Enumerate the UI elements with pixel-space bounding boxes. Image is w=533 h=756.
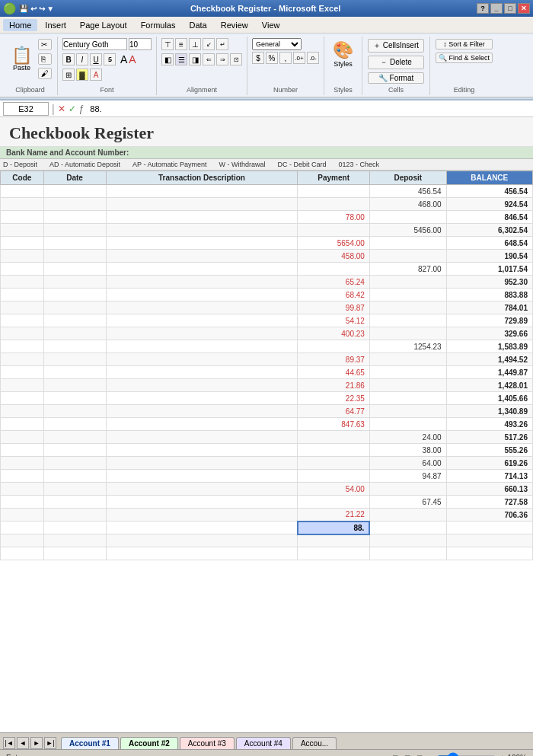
cell-payment[interactable]: 21.86 bbox=[298, 379, 369, 392]
cell-date[interactable] bbox=[43, 444, 106, 457]
cell-date[interactable] bbox=[43, 301, 106, 314]
cell-code[interactable] bbox=[1, 522, 44, 534]
cell-code[interactable] bbox=[1, 301, 44, 314]
cell-payment[interactable]: 54.12 bbox=[298, 314, 369, 327]
cell-deposit[interactable] bbox=[369, 250, 446, 263]
cell-date[interactable] bbox=[43, 366, 106, 379]
cell-code[interactable] bbox=[1, 250, 44, 263]
cell-description[interactable] bbox=[106, 301, 298, 314]
cell-balance[interactable]: 924.54 bbox=[446, 198, 532, 211]
cell-balance[interactable]: 706.36 bbox=[446, 509, 532, 522]
font-name-input[interactable] bbox=[62, 38, 127, 50]
cell-description[interactable] bbox=[106, 405, 298, 418]
cell-balance[interactable]: 952.30 bbox=[446, 276, 532, 289]
cell-description[interactable] bbox=[106, 457, 298, 470]
cell-balance[interactable]: 456.54 bbox=[446, 185, 532, 198]
cell-date[interactable] bbox=[43, 276, 106, 289]
cell-description[interactable] bbox=[106, 483, 298, 496]
cell-code[interactable] bbox=[1, 457, 44, 470]
cell-description[interactable] bbox=[106, 522, 298, 534]
comma-button[interactable]: , bbox=[279, 52, 292, 64]
cell-payment[interactable]: 44.65 bbox=[298, 366, 369, 379]
zoom-slider[interactable] bbox=[436, 752, 497, 757]
cell-deposit[interactable] bbox=[369, 509, 446, 522]
cell-date[interactable] bbox=[43, 327, 106, 340]
cell-balance[interactable]: 619.26 bbox=[446, 457, 532, 470]
cell-code[interactable] bbox=[1, 483, 44, 496]
cell-deposit[interactable]: 1254.23 bbox=[369, 340, 446, 353]
copy-button[interactable]: ⎘ bbox=[38, 53, 52, 65]
cell-code[interactable] bbox=[1, 509, 44, 522]
cell-date[interactable] bbox=[43, 509, 106, 522]
cell-payment[interactable] bbox=[298, 263, 369, 276]
number-format-select[interactable]: General Number Currency bbox=[252, 38, 302, 50]
cell-code[interactable] bbox=[1, 276, 44, 289]
cell-description[interactable] bbox=[106, 276, 298, 289]
cell-payment[interactable]: 89.37 bbox=[298, 353, 369, 366]
cell-payment[interactable] bbox=[298, 431, 369, 444]
restore-btn[interactable]: □ bbox=[504, 3, 516, 14]
cell-description[interactable] bbox=[106, 547, 298, 560]
sheet-tab-4[interactable]: Account #4 bbox=[236, 737, 291, 749]
cell-deposit[interactable] bbox=[369, 392, 446, 405]
cell-date[interactable] bbox=[43, 405, 106, 418]
last-sheet-btn[interactable]: ►| bbox=[44, 737, 56, 749]
cell-date[interactable] bbox=[43, 250, 106, 263]
align-center-button[interactable]: ☰ bbox=[175, 53, 187, 65]
cell-description[interactable] bbox=[106, 198, 298, 211]
cell-description[interactable] bbox=[106, 392, 298, 405]
border-button[interactable]: ⊞ bbox=[62, 69, 75, 81]
cell-description[interactable] bbox=[106, 185, 298, 198]
cell-date[interactable] bbox=[43, 496, 106, 509]
align-bottom-button[interactable]: ⊥ bbox=[189, 38, 201, 50]
cell-description[interactable] bbox=[106, 534, 298, 547]
cell-date[interactable] bbox=[43, 392, 106, 405]
cell-balance[interactable]: 6,302.54 bbox=[446, 224, 532, 237]
align-middle-button[interactable]: ≡ bbox=[175, 38, 187, 50]
cell-description[interactable] bbox=[106, 289, 298, 301]
cell-balance[interactable]: 714.13 bbox=[446, 470, 532, 483]
cell-deposit[interactable] bbox=[369, 379, 446, 392]
cell-deposit[interactable] bbox=[369, 534, 446, 547]
cell-description[interactable] bbox=[106, 327, 298, 340]
cell-code[interactable] bbox=[1, 224, 44, 237]
underline-button[interactable]: U bbox=[90, 53, 102, 65]
styles-button[interactable]: 🎨 Styles bbox=[329, 38, 357, 70]
cell-balance[interactable]: 190.54 bbox=[446, 250, 532, 263]
cell-deposit[interactable] bbox=[369, 301, 446, 314]
cell-deposit[interactable] bbox=[369, 314, 446, 327]
cell-deposit[interactable]: 67.45 bbox=[369, 496, 446, 509]
cell-balance[interactable]: 517.26 bbox=[446, 431, 532, 444]
cell-payment[interactable] bbox=[298, 444, 369, 457]
cell-payment[interactable] bbox=[298, 224, 369, 237]
window-controls[interactable]: ? _ □ ✕ bbox=[477, 3, 530, 14]
menu-review[interactable]: Review bbox=[215, 19, 254, 31]
menu-formulas[interactable]: Formulas bbox=[135, 19, 182, 31]
cell-deposit[interactable]: 24.00 bbox=[369, 431, 446, 444]
cell-date[interactable] bbox=[43, 314, 106, 327]
cell-deposit[interactable] bbox=[369, 353, 446, 366]
minimize-btn[interactable]: _ bbox=[490, 3, 503, 14]
cell-date[interactable] bbox=[43, 547, 106, 560]
cell-balance[interactable] bbox=[446, 534, 532, 547]
cell-balance[interactable]: 729.89 bbox=[446, 314, 532, 327]
cell-balance[interactable]: 1,583.89 bbox=[446, 340, 532, 353]
cell-balance[interactable]: 883.88 bbox=[446, 289, 532, 301]
cell-deposit[interactable]: 827.00 bbox=[369, 263, 446, 276]
cell-payment[interactable] bbox=[298, 457, 369, 470]
cell-balance[interactable]: 784.01 bbox=[446, 301, 532, 314]
cell-deposit[interactable] bbox=[369, 289, 446, 301]
cell-deposit[interactable] bbox=[369, 211, 446, 224]
cell-deposit[interactable]: 94.87 bbox=[369, 470, 446, 483]
format-cells-button[interactable]: 🔧 Format bbox=[368, 72, 424, 84]
cell-balance[interactable]: 1,017.54 bbox=[446, 263, 532, 276]
indent-increase-button[interactable]: ⇒ bbox=[216, 53, 228, 65]
cell-deposit[interactable] bbox=[369, 276, 446, 289]
cell-deposit[interactable] bbox=[369, 522, 446, 534]
menu-data[interactable]: Data bbox=[183, 19, 212, 31]
cell-code[interactable] bbox=[1, 547, 44, 560]
strikethrough-button[interactable]: S̶ bbox=[104, 53, 116, 65]
cell-code[interactable] bbox=[1, 289, 44, 301]
cell-description[interactable] bbox=[106, 250, 298, 263]
cell-balance[interactable] bbox=[446, 547, 532, 560]
